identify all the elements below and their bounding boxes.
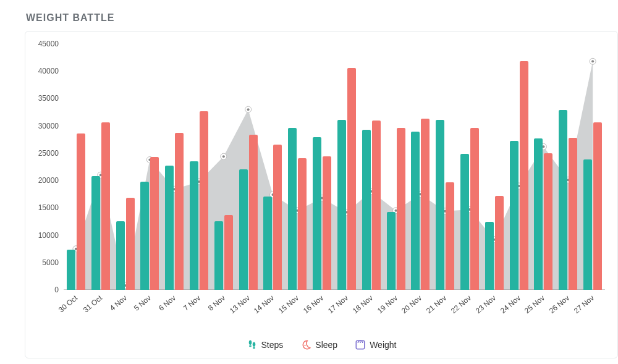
bar-sleep	[249, 135, 258, 290]
legend-item-steps[interactable]: Steps	[247, 339, 284, 350]
moon-icon	[300, 339, 311, 350]
bar-sleep	[77, 133, 85, 290]
bar-steps	[362, 130, 371, 290]
bar-group	[558, 110, 578, 290]
footprints-icon	[247, 339, 258, 350]
bar-group	[410, 119, 430, 290]
legend-label-steps: Steps	[261, 340, 284, 350]
x-tick-label: 13 Nov	[227, 294, 251, 315]
bar-steps	[559, 110, 567, 290]
x-tick-label: 4 Nov	[108, 294, 129, 313]
legend-label-sleep: Sleep	[315, 340, 337, 350]
x-tick-label: 5 Nov	[132, 294, 153, 313]
x-tick-label: 31 Oct	[82, 294, 104, 314]
bar-sleep	[126, 198, 135, 290]
x-tick-label: 27 Nov	[572, 294, 596, 315]
bar-sleep	[273, 145, 282, 290]
chart-container: WEIGHT BATTLE 05000100001500020000250003…	[12, 12, 618, 364]
y-tick: 35000	[38, 94, 59, 103]
legend-item-weight[interactable]: Weight	[355, 339, 396, 350]
bar-steps	[288, 128, 297, 290]
y-tick: 5000	[42, 258, 59, 267]
bar-group	[337, 68, 357, 290]
x-tick-label: 24 Nov	[498, 294, 522, 315]
x-tick-label: 17 Nov	[326, 294, 350, 315]
bar-group	[533, 138, 553, 290]
bar-group	[312, 137, 332, 290]
bar-sleep	[446, 182, 454, 290]
bar-group	[435, 120, 455, 290]
bar-sleep	[175, 133, 184, 290]
bar-steps	[387, 212, 396, 290]
x-tick-label: 25 Nov	[523, 294, 546, 315]
bar-group	[140, 157, 159, 290]
x-tick-label: 21 Nov	[425, 294, 448, 315]
y-tick: 15000	[38, 203, 59, 212]
bar-steps	[460, 154, 469, 290]
bar-group	[263, 145, 282, 290]
bar-group	[362, 121, 381, 290]
svg-point-0	[248, 341, 252, 345]
bar-group	[116, 198, 135, 290]
x-tick-label: 7 Nov	[182, 294, 202, 313]
plot-inner	[64, 44, 605, 290]
x-tick-label: 22 Nov	[449, 294, 473, 315]
bar-steps	[214, 221, 223, 290]
bar-steps	[67, 250, 75, 290]
plot-area: 0500010000150002000025000300003500040000…	[25, 31, 618, 358]
bar-steps	[411, 132, 420, 290]
bar-steps	[165, 166, 174, 290]
y-tick: 40000	[38, 67, 59, 75]
bar-group	[66, 133, 86, 290]
bar-sleep	[298, 158, 307, 290]
svg-rect-3	[253, 347, 255, 349]
bar-steps	[263, 197, 272, 290]
bar-group	[386, 128, 406, 290]
svg-point-2	[252, 342, 255, 347]
svg-point-4	[305, 345, 306, 346]
bars-layer	[64, 44, 605, 290]
x-tick-label: 8 Nov	[206, 294, 227, 313]
x-tick-label: 16 Nov	[302, 294, 325, 315]
x-tick-label: 15 Nov	[277, 294, 300, 315]
bar-group	[485, 196, 504, 290]
bar-sleep	[224, 215, 233, 290]
bar-sleep	[495, 196, 504, 290]
bar-steps	[313, 137, 321, 290]
bar-steps	[239, 169, 248, 290]
bar-group	[214, 215, 234, 290]
bar-steps	[140, 182, 149, 290]
x-axis: 30 Oct31 Oct4 Nov5 Nov6 Nov7 Nov8 Nov13 …	[64, 290, 605, 327]
bar-sleep	[372, 121, 381, 290]
bar-sleep	[569, 138, 577, 290]
bar-steps	[190, 161, 198, 290]
bar-steps	[485, 222, 494, 290]
bar-sleep	[200, 111, 208, 290]
x-tick-label: 6 Nov	[157, 294, 177, 313]
x-tick-label: 30 Oct	[57, 294, 79, 314]
scale-icon	[355, 339, 366, 350]
bar-sleep	[593, 122, 602, 290]
bar-sleep	[150, 157, 159, 290]
bar-group	[239, 135, 258, 290]
y-tick: 10000	[38, 231, 59, 240]
y-tick: 25000	[38, 149, 59, 158]
bar-sleep	[101, 122, 110, 290]
page-title: WEIGHT BATTLE	[26, 12, 618, 23]
bar-sleep	[421, 119, 430, 290]
bar-steps	[91, 176, 100, 290]
x-tick-label: 14 Nov	[252, 294, 276, 315]
bar-group	[583, 122, 603, 290]
x-tick-label: 19 Nov	[375, 294, 399, 315]
bar-steps	[534, 138, 543, 290]
bar-sleep	[520, 61, 528, 290]
x-tick-label: 18 Nov	[351, 294, 375, 315]
legend-label-weight: Weight	[370, 340, 396, 350]
bar-group	[287, 128, 307, 290]
y-tick: 20000	[38, 176, 59, 185]
bar-sleep	[544, 153, 552, 290]
x-tick-label: 26 Nov	[548, 294, 571, 315]
bar-group	[460, 128, 480, 290]
legend-item-sleep[interactable]: Sleep	[300, 339, 337, 350]
bar-group	[164, 133, 184, 290]
